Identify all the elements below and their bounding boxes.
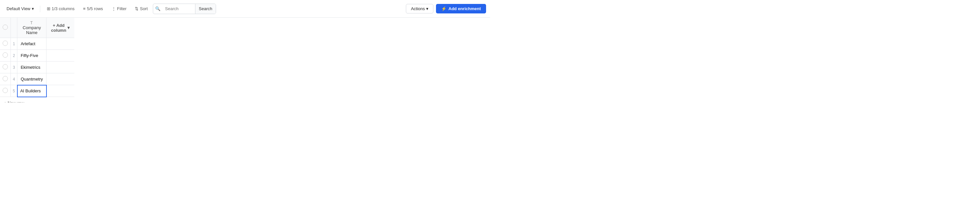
table-row: 5AI Builders [0, 85, 74, 97]
chevron-down-icon: ▾ [32, 6, 34, 11]
columns-label: 1/3 columns [52, 6, 75, 11]
company-name-header: Company Name [22, 25, 41, 35]
chevron-down-icon: ▾ [67, 25, 70, 30]
table-row: 4Quantmetry [0, 73, 74, 85]
table-row: 3Ekimetrics [0, 62, 74, 73]
row-checkbox-cell [0, 85, 11, 97]
actions-button[interactable]: Actions ▾ [406, 4, 433, 13]
add-enrichment-label: Add enrichment [449, 6, 481, 11]
header-add-column-cell: + Add column ▾ [46, 17, 75, 38]
header-number-cell [11, 17, 18, 38]
filter-label: Filter [117, 6, 127, 11]
filter-icon: ⋮ [111, 6, 116, 11]
row-company[interactable]: Ekimetrics [18, 62, 46, 73]
chevron-down-icon: ▾ [426, 6, 428, 11]
actions-label: Actions [411, 6, 425, 11]
new-row-button[interactable]: + New row [0, 97, 490, 103]
divider [40, 6, 40, 12]
row-empty-cell [46, 62, 75, 73]
row-checkbox[interactable] [3, 64, 8, 70]
row-checkbox-cell [0, 50, 11, 62]
row-company[interactable]: Artefact [18, 38, 46, 50]
row-empty-cell [46, 85, 75, 97]
view-selector-label: Default View [6, 6, 30, 11]
toolbar-left: Default View ▾ ⊞ 1/3 columns ≡ 5/5 rows … [4, 3, 404, 14]
row-empty-cell [46, 73, 75, 85]
filter-button[interactable]: ⋮ Filter [108, 5, 130, 13]
toolbar-right: Actions ▾ ⚡ Add enrichment [406, 4, 486, 13]
rows-button[interactable]: ≡ 5/5 rows [80, 5, 107, 13]
search-button[interactable]: Search [195, 4, 215, 14]
row-checkbox-cell [0, 73, 11, 85]
view-selector[interactable]: Default View ▾ [4, 5, 37, 13]
search-input[interactable] [162, 6, 195, 11]
sort-icon: ⇅ [135, 6, 138, 11]
data-table: T Company Name + Add column ▾ 1Artefact2… [0, 17, 74, 97]
sort-label: Sort [140, 6, 148, 11]
sort-button[interactable]: ⇅ Sort [132, 5, 151, 13]
row-number: 4 [11, 73, 18, 85]
row-checkbox-cell [0, 38, 11, 50]
rows-icon: ≡ [83, 6, 86, 11]
add-column-label: + Add column [51, 23, 66, 33]
search-icon: 🔍 [153, 6, 162, 11]
search-wrapper: 🔍 Search [153, 3, 216, 14]
table-body: 1Artefact2Fifty-Five3Ekimetrics4Quantmet… [0, 38, 74, 97]
row-checkbox[interactable] [3, 52, 8, 58]
add-enrichment-button[interactable]: ⚡ Add enrichment [436, 4, 486, 13]
table-row: 1Artefact [0, 38, 74, 50]
table-container: T Company Name + Add column ▾ 1Artefact2… [0, 17, 490, 103]
table-row: 2Fifty-Five [0, 50, 74, 62]
row-empty-cell [46, 50, 75, 62]
row-company[interactable]: Quantmetry [18, 73, 46, 85]
row-company[interactable]: Fifty-Five [18, 50, 46, 62]
text-type-icon: T [30, 21, 32, 25]
lightning-icon: ⚡ [441, 6, 447, 11]
row-number: 1 [11, 38, 18, 50]
row-checkbox[interactable] [3, 88, 8, 93]
columns-icon: ⊞ [47, 6, 50, 11]
row-number: 5 [11, 85, 18, 97]
row-company[interactable]: AI Builders [18, 85, 46, 97]
header-checkbox-cell [0, 17, 11, 38]
new-row-label: + New row [4, 100, 24, 103]
rows-label: 5/5 rows [87, 6, 103, 11]
columns-button[interactable]: ⊞ 1/3 columns [43, 5, 78, 13]
row-number: 2 [11, 50, 18, 62]
row-checkbox-cell [0, 62, 11, 73]
table-header-row: T Company Name + Add column ▾ [0, 17, 74, 38]
add-column-button[interactable]: + Add column ▾ [50, 23, 71, 33]
select-all-checkbox[interactable] [3, 25, 8, 30]
row-number: 3 [11, 62, 18, 73]
toolbar: Default View ▾ ⊞ 1/3 columns ≡ 5/5 rows … [0, 0, 490, 17]
row-checkbox[interactable] [3, 41, 8, 46]
row-checkbox[interactable] [3, 76, 8, 81]
row-empty-cell [46, 38, 75, 50]
header-company-cell: T Company Name [18, 17, 46, 38]
